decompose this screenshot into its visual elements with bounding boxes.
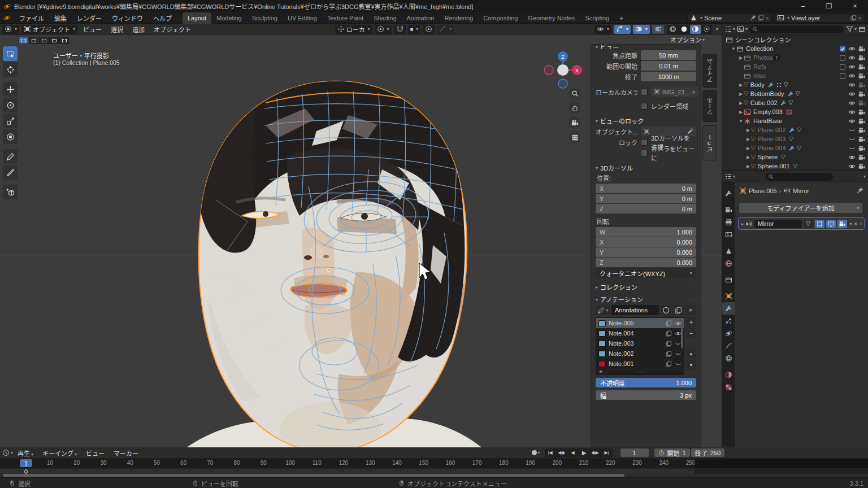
outliner-row-Refs[interactable]: Refs [722, 62, 868, 71]
outliner-row-HandBase[interactable]: ▼ HandBase [722, 116, 868, 125]
properties-tab-constraints[interactable] [722, 339, 735, 352]
hide-viewport-toggle[interactable] [847, 154, 857, 161]
unlink-datablock-icon[interactable]: × [685, 305, 696, 315]
play-button[interactable]: ▶ [579, 448, 590, 457]
viewport-3d[interactable]: ユーザー・平行投影 (1) Collection | Plane.005 Z X… [0, 35, 722, 447]
hide-viewport-toggle[interactable] [847, 63, 857, 71]
snap-target-dropdown[interactable]: ■▾ [408, 25, 420, 34]
view-section-header[interactable]: ▾ビュー [594, 45, 697, 49]
pin-id-icon[interactable] [856, 187, 863, 194]
gizmo-neg-z-axis[interactable] [558, 79, 567, 88]
disable-render-toggle[interactable] [857, 54, 866, 62]
play-reverse-button[interactable]: ◀ [567, 448, 579, 457]
maximize-button[interactable]: ❐ [816, 0, 842, 12]
n-panel-tab-ビュー[interactable]: ビュー [702, 125, 717, 160]
hide-viewport-toggle[interactable] [847, 45, 857, 53]
gizmos-toggle[interactable]: ▾ [614, 25, 631, 34]
gizmo-z-axis[interactable]: Z [561, 54, 565, 60]
properties-tab-output[interactable] [722, 216, 735, 228]
camera-to-view-checkbox[interactable] [641, 150, 648, 156]
outliner-row-Collection[interactable]: ▼ Collection [722, 44, 868, 53]
xray-toggle[interactable] [652, 25, 664, 34]
disable-render-toggle[interactable] [857, 63, 866, 71]
viewport-menu-ビュー[interactable]: ビュー [79, 25, 106, 34]
field-終了[interactable]: 1000 m [641, 72, 696, 81]
layer-color-swatch[interactable] [598, 341, 606, 347]
workspace-tab-Modeling[interactable]: Modeling [211, 12, 247, 24]
add-workspace-button[interactable]: + [614, 12, 628, 24]
layers-scrollbar[interactable] [681, 319, 683, 348]
remove-viewlayer-icon[interactable]: × [858, 15, 862, 21]
disable-render-toggle[interactable] [857, 99, 866, 107]
expand-icon[interactable]: ▶ [738, 110, 744, 115]
outliner-filter-button[interactable]: ▾ [846, 25, 857, 33]
cursor-rotation-X[interactable]: X0.000 [596, 237, 696, 247]
annotation-layer-Note.003[interactable]: Note.003 [596, 338, 684, 348]
menu-ウィンドウ[interactable]: ウィンドウ [107, 14, 148, 23]
shading-wireframe-button[interactable] [667, 25, 679, 34]
close-button[interactable]: × [842, 0, 868, 12]
tool-move[interactable] [3, 82, 18, 97]
properties-tab-modifiers[interactable] [722, 302, 735, 315]
scene-selector[interactable]: ▾ Scene × [687, 14, 772, 23]
outliner-row-Plane.002[interactable]: ▶ ▽ Plane.002 ▽ [722, 125, 868, 134]
workspace-tab-Animation[interactable]: Animation [402, 12, 440, 24]
disable-render-toggle[interactable] [857, 145, 866, 152]
delete-modifier-icon[interactable]: × [854, 220, 857, 227]
zoom-icon[interactable] [568, 87, 581, 99]
properties-tab-texture[interactable] [722, 381, 735, 393]
mode-selector[interactable]: オブジェクト▾ [21, 25, 77, 34]
layer-color-swatch[interactable] [598, 351, 606, 357]
shading-solid-button[interactable] [679, 25, 690, 34]
thickness-slider[interactable]: 幅3 px [596, 390, 696, 400]
shading-material-button[interactable] [690, 25, 701, 34]
expand-icon[interactable]: ▼ [738, 119, 744, 124]
select-mode-subtract[interactable] [39, 37, 49, 44]
hide-viewport-toggle[interactable] [847, 145, 857, 152]
add-modifier-button[interactable]: モディファイアーを追加▾ [739, 203, 862, 213]
tool-select-box[interactable] [3, 46, 18, 61]
timeline-menu-マーカー[interactable]: マーカー [109, 448, 143, 457]
timeline-menu-ビュー[interactable]: ビュー [81, 448, 109, 457]
proportional-edit-toggle[interactable] [423, 25, 435, 34]
prev-keyframe-button[interactable]: ◀◆ [556, 448, 567, 457]
annotation-layer-Note.002[interactable]: Note.002 [596, 348, 684, 359]
properties-search-input[interactable] [765, 173, 833, 181]
unlink-scene-icon[interactable]: × [766, 15, 769, 21]
fake-user-shield-icon[interactable] [660, 305, 671, 315]
expand-icon[interactable]: ▶ [745, 137, 751, 142]
clear-camera-icon[interactable]: × [692, 89, 695, 95]
outliner-row-Sphere.001[interactable]: ▶ ▽ Sphere.001 ▽ [722, 162, 868, 171]
snap-toggle[interactable] [394, 25, 406, 34]
editor-type-button[interactable]: ▾ [2, 25, 19, 34]
scene-collection-row[interactable]: シーンコレクション [722, 35, 868, 44]
outliner-row-Plane.004[interactable]: ▶ ▽ Plane.004 ▽ [722, 143, 868, 152]
properties-tab-data[interactable] [722, 352, 735, 364]
outliner-row-Empty.003[interactable]: ▶ Empty.003 [722, 107, 868, 116]
tool-measure[interactable] [3, 165, 18, 180]
new-collection-button[interactable] [858, 25, 866, 33]
modifier-edit-mode-toggle[interactable] [815, 220, 824, 228]
pan-hand-icon[interactable] [568, 102, 581, 114]
expand-icon[interactable]: ▶ [745, 155, 751, 160]
viewport-menu-選択[interactable]: 選択 [106, 25, 128, 34]
cursor-section-header[interactable]: ▾3Dカーソル···· [594, 163, 697, 172]
outliner-row-Photos[interactable]: ▶ Photos 2 [722, 53, 868, 62]
collection-section-header[interactable]: ▸コレクション···· [594, 282, 697, 291]
move-layer-up-button[interactable]: ▲ [686, 348, 696, 359]
properties-tab-collection[interactable] [722, 273, 735, 286]
transform-orientation-dropdown[interactable]: ローカ▾ [335, 25, 372, 34]
proportional-falloff-dropdown[interactable]: ▾ [437, 25, 454, 34]
select-mode-invert[interactable] [49, 37, 59, 44]
expand-icon[interactable]: ▶ [738, 55, 744, 60]
disable-render-toggle[interactable] [857, 45, 866, 53]
expand-icon[interactable]: ▶ [745, 164, 751, 169]
timeline-menu-再生[interactable]: 再生▾ [13, 448, 38, 457]
workspace-tab-Texture Paint[interactable]: Texture Paint [322, 12, 368, 24]
current-frame-field[interactable]: 1 [620, 448, 649, 457]
outliner-row-Body[interactable]: ▶ ▽ Body ▽ [722, 80, 868, 89]
properties-tab-scene[interactable] [722, 245, 735, 257]
properties-tab-tool[interactable] [722, 187, 735, 199]
new-scene-icon[interactable] [758, 14, 764, 21]
viewport-menu-オブジェクト[interactable]: オブジェクト [149, 25, 196, 34]
